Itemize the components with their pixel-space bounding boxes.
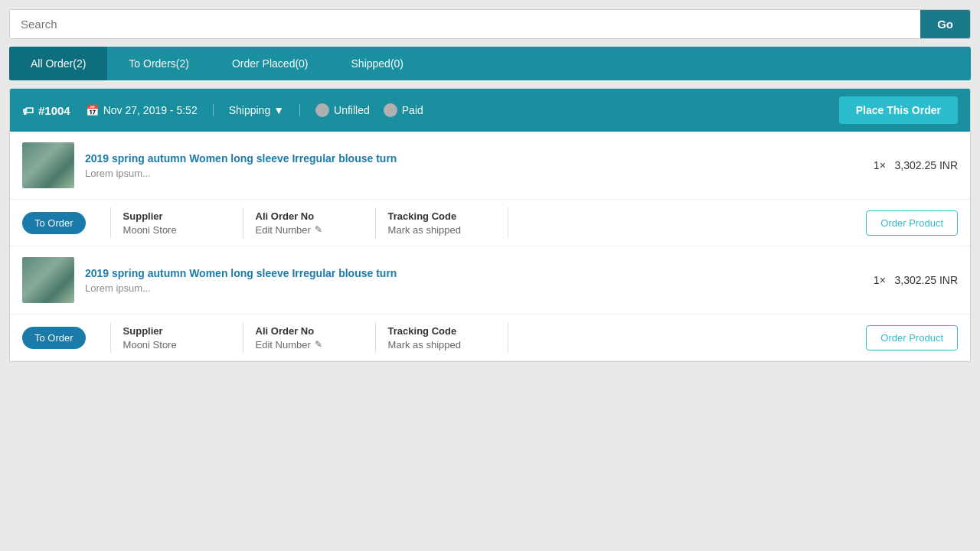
tracking-col-2: Tracking Code Mark as shipped	[388, 325, 495, 350]
supplier-label-1: Supplier	[123, 210, 163, 222]
edit-icon-1[interactable]: ✎	[315, 224, 322, 235]
status-unfilled: Unfilled	[315, 103, 370, 117]
product-title-2[interactable]: 2019 spring autumn Women long sleeve Irr…	[85, 267, 863, 279]
ali-order-col-1: Ali Order No Edit Number ✎	[256, 210, 363, 236]
separator-1d	[508, 207, 508, 238]
supplier-col-2: Supplier Mooni Store	[123, 325, 230, 350]
place-order-button[interactable]: Place This Order	[839, 96, 958, 124]
product-subtitle-1: Lorem ipsum...	[85, 168, 863, 179]
edit-icon-2[interactable]: ✎	[315, 339, 322, 350]
search-go-button[interactable]: Go	[920, 10, 970, 38]
separator-1b	[243, 207, 243, 238]
ali-order-col-2: Ali Order No Edit Number ✎	[256, 325, 363, 350]
supplier-value-1: Mooni Store	[123, 224, 177, 236]
separator-2a	[110, 322, 111, 353]
tabs-bar: All Order(2) To Orders(2) Order Placed(0…	[9, 47, 971, 80]
product-image-1	[22, 142, 74, 188]
order-id-value: #1004	[38, 104, 70, 117]
separator-2c	[375, 322, 376, 353]
product-row-2: 2019 spring autumn Women long sleeve Irr…	[10, 246, 970, 315]
tab-order-placed[interactable]: Order Placed(0)	[211, 47, 330, 80]
ali-order-label-1: Ali Order No	[256, 210, 315, 222]
product-row-1: 2019 spring autumn Women long sleeve Irr…	[10, 132, 970, 200]
order-details-row-2: To Order Supplier Mooni Store Ali Order …	[10, 315, 970, 361]
product-details-1: 2019 spring autumn Women long sleeve Irr…	[85, 152, 863, 179]
shipping-label: Shipping	[229, 104, 271, 116]
tracking-value-1[interactable]: Mark as shipped	[388, 224, 461, 236]
supplier-value-2: Mooni Store	[123, 339, 177, 350]
separator-2b	[243, 322, 243, 353]
chevron-down-icon: ▼	[273, 104, 284, 116]
separator-1c	[375, 207, 376, 238]
ali-order-text-2: Edit Number	[256, 339, 311, 350]
tracking-label-1: Tracking Code	[388, 210, 457, 222]
calendar-icon: 📅	[86, 104, 99, 116]
search-input[interactable]	[10, 10, 920, 38]
order-header: 🏷 #1004 📅 Nov 27, 2019 - 5:52 Shipping ▼…	[10, 89, 970, 132]
to-order-button-2[interactable]: To Order	[22, 327, 86, 349]
product-price-value-1: 3,302.25 INR	[895, 159, 959, 171]
tracking-label-2: Tracking Code	[388, 325, 457, 337]
product-subtitle-2: Lorem ipsum...	[85, 282, 863, 294]
product-image-2	[22, 257, 74, 303]
product-details-2: 2019 spring autumn Women long sleeve Irr…	[85, 267, 863, 294]
order-date-value: Nov 27, 2019 - 5:52	[103, 104, 198, 116]
product-thumbnail-1	[22, 142, 74, 188]
unfilled-circle-icon	[315, 103, 329, 117]
order-product-button-1[interactable]: Order Product	[866, 210, 958, 236]
tracking-col-1: Tracking Code Mark as shipped	[388, 210, 495, 236]
order-product-button-2[interactable]: Order Product	[866, 325, 958, 350]
tab-all-orders[interactable]: All Order(2)	[9, 47, 107, 80]
product-price-2: 1× 3,302.25 INR	[874, 274, 958, 286]
tab-to-orders[interactable]: To Orders(2)	[107, 47, 211, 80]
search-bar: Go	[9, 9, 971, 39]
paid-label: Paid	[402, 104, 423, 116]
ali-order-value-1[interactable]: Edit Number ✎	[256, 224, 322, 236]
supplier-label-2: Supplier	[123, 325, 163, 337]
ali-order-text-1: Edit Number	[256, 224, 311, 236]
order-id: 🏷 #1004	[22, 104, 86, 117]
product-thumbnail-2	[22, 257, 74, 303]
product-title-1[interactable]: 2019 spring autumn Women long sleeve Irr…	[85, 152, 863, 165]
tracking-value-2[interactable]: Mark as shipped	[388, 339, 461, 350]
separator-2d	[508, 322, 508, 353]
tab-shipped[interactable]: Shipped(0)	[330, 47, 426, 80]
tag-icon: 🏷	[22, 104, 34, 117]
order-shipping-dropdown[interactable]: Shipping ▼	[229, 104, 300, 116]
order-details-row-1: To Order Supplier Mooni Store Ali Order …	[10, 200, 970, 246]
ali-order-label-2: Ali Order No	[256, 325, 315, 337]
product-price-1: 1× 3,302.25 INR	[874, 159, 958, 171]
status-paid: Paid	[384, 103, 423, 117]
order-card: 🏷 #1004 📅 Nov 27, 2019 - 5:52 Shipping ▼…	[9, 88, 971, 362]
product-quantity-1: 1×	[874, 159, 886, 171]
product-quantity-2: 1×	[874, 274, 886, 286]
unfilled-label: Unfilled	[334, 104, 370, 116]
order-action: Place This Order	[839, 96, 958, 124]
paid-circle-icon	[384, 103, 397, 117]
separator-1a	[110, 207, 111, 238]
order-status-group: Unfilled Paid	[315, 103, 839, 117]
to-order-button-1[interactable]: To Order	[22, 212, 86, 234]
supplier-col-1: Supplier Mooni Store	[123, 210, 230, 236]
order-date: 📅 Nov 27, 2019 - 5:52	[86, 104, 214, 116]
ali-order-value-2[interactable]: Edit Number ✎	[256, 339, 322, 350]
product-price-value-2: 3,302.25 INR	[895, 274, 959, 286]
